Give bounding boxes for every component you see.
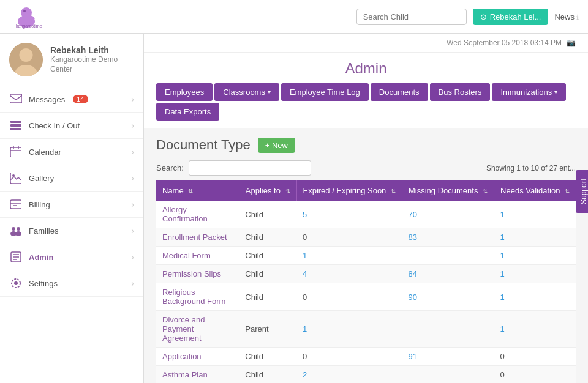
cell-expired: 5 (296, 201, 402, 228)
doc-type-header: Document Type New (156, 137, 576, 153)
search-label: Search: (156, 163, 184, 173)
sidebar-item-messages[interactable]: Messages 14 › (0, 86, 143, 113)
search-input[interactable] (189, 160, 311, 176)
sidebar-item-label-messages: Messages (29, 95, 65, 104)
cell-missing (402, 311, 494, 348)
sort-icon-expired[interactable]: ⇅ (391, 188, 396, 195)
sort-icon-name[interactable]: ⇅ (188, 188, 193, 195)
svg-rect-10 (10, 124, 21, 127)
cell-applies-to: Child (239, 228, 296, 247)
table-row: Permission Slips Child 4 84 1 (156, 265, 576, 283)
sidebar-item-admin[interactable]: Admin › (0, 244, 143, 270)
col-expired: Expired / Expiring Soon ⇅ (296, 180, 402, 201)
top-nav-right: Rebekah Lei... News (356, 9, 579, 25)
doc-type-section: Document Type New Search: Showing 1 to 1… (144, 128, 588, 383)
sidebar-item-billing[interactable]: Billing › (0, 192, 143, 218)
tab-classrooms[interactable]: Classrooms ▾ (214, 83, 279, 101)
checkin-icon (9, 119, 23, 132)
svg-point-29 (14, 281, 18, 285)
message-icon (9, 92, 23, 106)
cell-missing (402, 366, 494, 384)
tab-bus-rosters[interactable]: Bus Rosters (430, 83, 491, 101)
chevron-down-icon: ▾ (268, 89, 271, 95)
user-button[interactable]: Rebekah Lei... (473, 9, 549, 25)
gallery-icon (9, 171, 23, 185)
billing-icon (9, 198, 23, 211)
cell-missing: 84 (402, 265, 494, 283)
table-row: Allergy Confirmation Child 5 70 1 (156, 201, 576, 228)
cell-name: Allergy Confirmation (156, 201, 239, 228)
cell-needs-validation: 1 (494, 265, 576, 283)
tab-data-exports[interactable]: Data Exports (156, 103, 219, 121)
col-name: Name ⇅ (156, 180, 239, 201)
cell-expired: 1 (296, 247, 402, 265)
sidebar-item-calendar[interactable]: Calendar › (0, 139, 143, 165)
chevron-right-icon-3: › (131, 147, 134, 157)
chevron-down-icon-2: ▾ (554, 89, 557, 95)
table-row: Application Child 0 91 0 (156, 348, 576, 366)
col-needs-validation: Needs Validation ⇅ (494, 180, 576, 201)
content-header: Wed September 05 2018 03:14 PM 📷 (144, 34, 588, 53)
col-applies-to: Applies to ⇅ (239, 180, 296, 201)
new-button[interactable]: New (258, 138, 295, 153)
chevron-right-icon-8: › (131, 278, 134, 288)
support-tab[interactable]: Support (576, 170, 588, 213)
svg-point-3 (23, 10, 26, 12)
profile-info: Rebekah Leith Kangarootime Demo Center (50, 45, 134, 74)
cell-applies-to: Child (239, 201, 296, 228)
cell-needs-validation: 0 (494, 366, 576, 384)
showing-text: Showing 1 to 10 of 27 ent... (486, 164, 576, 173)
chevron-right-icon-7: › (131, 252, 134, 262)
main-layout: Rebekah Leith Kangarootime Demo Center M… (0, 34, 588, 383)
cell-missing (402, 247, 494, 265)
sidebar-item-label-settings: Settings (29, 279, 58, 288)
table-row: Medical Form Child 1 1 (156, 247, 576, 265)
svg-point-22 (17, 227, 20, 231)
cell-needs-validation: 1 (494, 247, 576, 265)
svg-point-24 (15, 231, 21, 236)
table-body: Allergy Confirmation Child 5 70 1 Enroll… (156, 201, 576, 383)
sidebar-nav: Messages 14 › Check In / Out › (0, 86, 143, 297)
datetime-text: Wed September 05 2018 03:14 PM (447, 39, 562, 47)
sidebar-item-settings[interactable]: Settings › (0, 270, 143, 297)
cell-needs-validation: 1 (494, 283, 576, 311)
sidebar-item-label-checkinout: Check In / Out (29, 121, 80, 130)
sidebar-item-gallery[interactable]: Gallery › (0, 165, 143, 192)
profile-center: Kangarootime Demo Center (50, 55, 134, 74)
cell-name: Application (156, 348, 239, 366)
tab-employee-time-log[interactable]: Employee Time Log (281, 83, 369, 101)
content-area: Wed September 05 2018 03:14 PM 📷 Admin E… (144, 34, 588, 383)
logo-kangaroo: kangarootime (9, 3, 43, 31)
cell-expired: 2 (296, 366, 402, 384)
sort-icon-missing[interactable]: ⇅ (483, 188, 488, 195)
tab-employees[interactable]: Employees (156, 83, 213, 101)
tab-immunizations[interactable]: Immunizations ▾ (492, 83, 566, 101)
cell-expired: 0 (296, 348, 402, 366)
sidebar-item-families[interactable]: Families › (0, 218, 143, 244)
svg-rect-9 (10, 121, 21, 123)
sort-icon-validation[interactable]: ⇅ (565, 188, 570, 195)
data-table: Name ⇅ Applies to ⇅ Expired / Expiring S… (156, 180, 576, 383)
sort-icon-appliesto[interactable]: ⇅ (285, 188, 290, 195)
cell-needs-validation: 0 (494, 348, 576, 366)
svg-point-6 (20, 48, 33, 62)
svg-rect-11 (10, 128, 21, 130)
admin-title: Admin (144, 53, 588, 83)
cell-applies-to: Parent (239, 311, 296, 348)
table-row: Religious Background Form Child 0 90 1 (156, 283, 576, 311)
sidebar: Rebekah Leith Kangarootime Demo Center M… (0, 34, 144, 383)
sidebar-item-label-gallery: Gallery (29, 174, 54, 183)
sidebar-item-checkinout[interactable]: Check In / Out › (0, 113, 143, 139)
cell-expired: 4 (296, 265, 402, 283)
profile-section: Rebekah Leith Kangarootime Demo Center (0, 34, 143, 86)
cell-needs-validation: 1 (494, 228, 576, 247)
tab-documents[interactable]: Documents (371, 83, 428, 101)
svg-rect-8 (10, 94, 22, 103)
cell-name: Permission Slips (156, 265, 239, 283)
cell-needs-validation: 1 (494, 201, 576, 228)
top-nav: kangarootime Rebekah Lei... News (0, 0, 588, 34)
search-child-input[interactable] (356, 9, 467, 25)
news-link[interactable]: News (554, 12, 579, 21)
cell-missing: 91 (402, 348, 494, 366)
sidebar-item-label-calendar: Calendar (29, 147, 61, 157)
